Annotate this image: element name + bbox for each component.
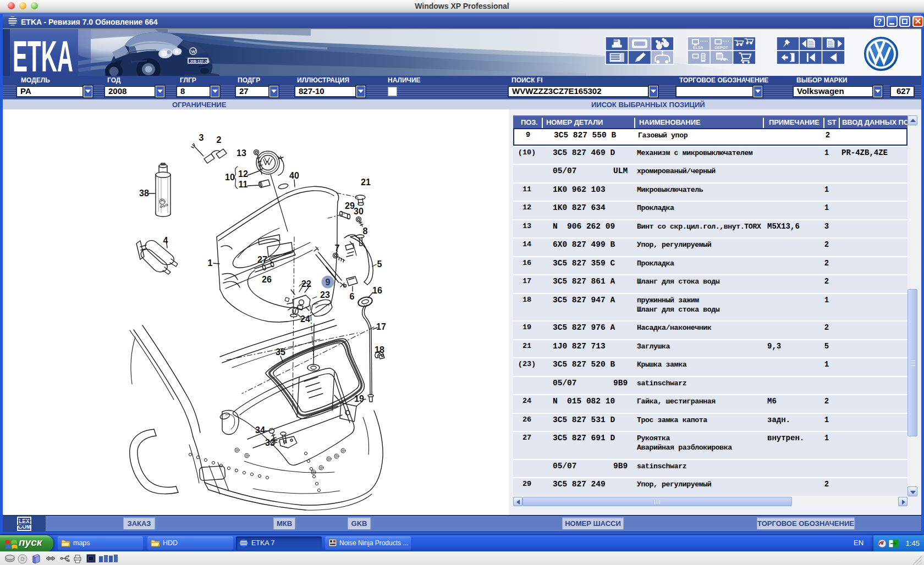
svg-text:21: 21 bbox=[361, 178, 371, 187]
svg-text:18: 18 bbox=[375, 345, 384, 354]
svg-text:34: 34 bbox=[255, 425, 265, 435]
svg-text:12: 12 bbox=[238, 169, 248, 179]
svg-text:22: 22 bbox=[301, 279, 311, 289]
svg-text:13: 13 bbox=[237, 148, 246, 158]
svg-text:23: 23 bbox=[320, 290, 330, 300]
svg-text:J0B·137·JG: J0B·137·JG bbox=[190, 59, 210, 63]
svg-text:19: 19 bbox=[354, 394, 364, 403]
svg-text:26: 26 bbox=[262, 275, 272, 284]
svg-text:5: 5 bbox=[377, 259, 382, 269]
svg-text:ETKA: ETKA bbox=[13, 32, 73, 76]
svg-text:27: 27 bbox=[257, 255, 267, 264]
svg-text:6: 6 bbox=[350, 292, 355, 301]
svg-text:9: 9 bbox=[326, 278, 331, 287]
svg-text:1: 1 bbox=[208, 258, 213, 268]
svg-text:4: 4 bbox=[163, 236, 168, 245]
svg-text:24: 24 bbox=[300, 314, 310, 324]
svg-text:ELSA: ELSA bbox=[693, 46, 703, 49]
svg-text:?: ? bbox=[21, 557, 24, 562]
svg-text:DEPOT: DEPOT bbox=[714, 46, 728, 49]
svg-text:30: 30 bbox=[354, 207, 364, 216]
svg-text:8: 8 bbox=[363, 226, 368, 236]
svg-text:17: 17 bbox=[376, 322, 386, 331]
svg-text:11: 11 bbox=[239, 180, 248, 189]
svg-text:16: 16 bbox=[372, 286, 382, 295]
svg-text:7: 7 bbox=[335, 243, 340, 253]
svg-text:38: 38 bbox=[139, 189, 149, 198]
svg-text:2: 2 bbox=[217, 135, 222, 145]
svg-text:33: 33 bbox=[265, 438, 275, 447]
svg-text:3: 3 bbox=[199, 133, 204, 142]
svg-text:40: 40 bbox=[289, 171, 299, 180]
svg-text:35: 35 bbox=[276, 347, 285, 357]
svg-text:10: 10 bbox=[225, 173, 235, 182]
